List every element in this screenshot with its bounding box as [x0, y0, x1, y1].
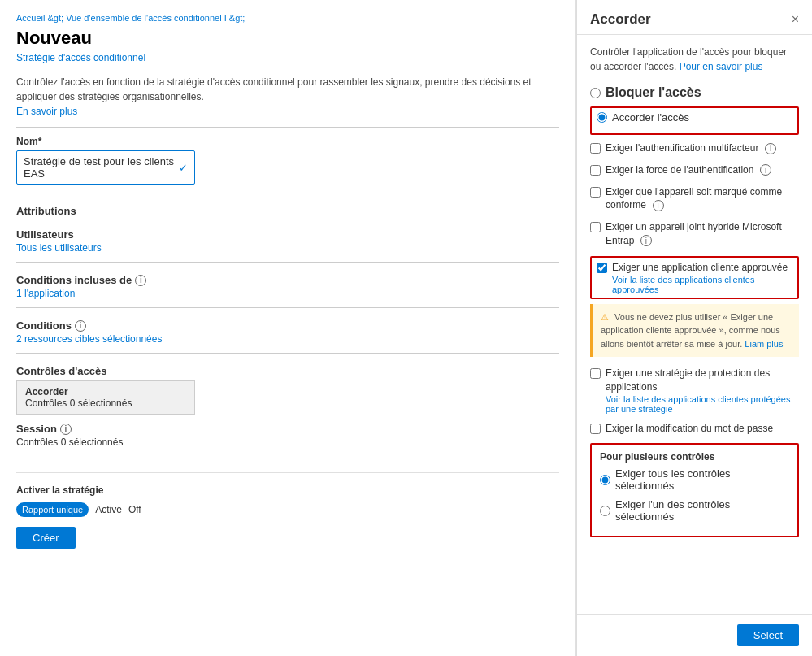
- divider-attributions: [16, 193, 559, 193]
- checkbox-mfa-label: Exiger l'authentification multifacteur: [606, 142, 758, 154]
- checkbox-protection-label: Exiger une stratégie de protection des a…: [606, 367, 770, 393]
- checkbox-item-approuvee: Exiger une application cliente approuvée…: [597, 261, 792, 294]
- checkbox-item-conforme: Exiger que l'appareil soit marqué comme …: [590, 185, 799, 213]
- right-learn-more-link[interactable]: Pour en savoir plus: [680, 61, 763, 72]
- activate-label: Activer la stratégie: [16, 484, 559, 496]
- conditions-info-icon[interactable]: i: [135, 275, 146, 286]
- pour-plusieurs-title: Pour plusieurs contrôles: [600, 451, 789, 463]
- checkbox-hybride-label: Exiger un appareil joint hybride Microso…: [606, 221, 782, 246]
- radio-all-label[interactable]: Exiger tous les contrôles sélectionnés: [615, 467, 789, 492]
- divider-conditions: [16, 262, 559, 263]
- controles-acces-title: Contrôles d'accès: [16, 365, 559, 377]
- checkbox-force[interactable]: [590, 165, 601, 176]
- checkbox-hybride-label-group: Exiger un appareil joint hybride Microso…: [606, 220, 799, 248]
- name-field-label: Nom*: [16, 136, 559, 147]
- conditions-label: Conditions i: [16, 319, 559, 332]
- description-learn-more-link[interactable]: En savoir plus: [16, 106, 77, 117]
- checkbox-item-force: Exiger la force de l'authentification i: [590, 163, 799, 177]
- toggle-rapport[interactable]: Rapport unique: [16, 502, 89, 517]
- checkbox-approuvee-label: Exiger une application cliente approuvée: [612, 262, 788, 273]
- session-value: Contrôles 0 sélectionnés: [16, 437, 559, 448]
- accorder-label[interactable]: Accorder l'accès: [612, 111, 689, 124]
- utilisateurs-label: Utilisateurs: [16, 228, 559, 241]
- conditions-incluses-label: Conditions incluses de i: [16, 274, 559, 286]
- checkbox-hybride[interactable]: [590, 222, 601, 232]
- accorder-box[interactable]: Accorder Contrôles 0 sélectionnés: [16, 380, 195, 415]
- checkbox-item-motdepasse: Exiger la modification du mot de passe: [590, 422, 799, 436]
- subtitle-link[interactable]: Stratégie d'accès conditionnel: [16, 52, 559, 63]
- radio-all-row: Exiger tous les contrôles sélectionnés: [600, 467, 789, 492]
- checkbox-motdepasse-label-group: Exiger la modification du mot de passe: [606, 422, 773, 436]
- creer-button[interactable]: Créer: [16, 527, 76, 549]
- left-panel: Accueil &gt; Vue d'ensemble de l'accès c…: [0, 0, 576, 656]
- select-button[interactable]: Select: [737, 624, 799, 646]
- cb1-info-icon[interactable]: i: [765, 143, 776, 154]
- cb2-info-icon[interactable]: i: [760, 164, 771, 176]
- accorder-radio[interactable]: [597, 112, 607, 123]
- toggle-row: Rapport unique Activé Off: [16, 502, 559, 517]
- pour-plusieurs-box: Pour plusieurs contrôles Exiger tous les…: [590, 443, 799, 537]
- name-input[interactable]: Stratégie de test pour les clients EAS ✓: [16, 150, 195, 185]
- right-description: Contrôler l'application de l'accès pour …: [590, 45, 799, 74]
- utilisateurs-value[interactable]: Tous les utilisateurs: [16, 242, 559, 254]
- bloquer-label[interactable]: Bloquer l'accès: [606, 85, 701, 100]
- check-icon: ✓: [179, 162, 188, 174]
- toggle-active[interactable]: Activé: [95, 504, 122, 515]
- accorder-radio-row: Accorder l'accès: [597, 111, 792, 124]
- checkbox-conforme-label: Exiger que l'appareil soit marqué comme …: [606, 186, 782, 211]
- attributions-title: Attributions: [16, 205, 559, 217]
- checkbox5-outline: Exiger une application cliente approuvée…: [590, 256, 799, 299]
- checkbox-motdepasse[interactable]: [590, 424, 601, 434]
- right-panel-title: Accorder: [590, 11, 651, 28]
- warning-icon: ⚠: [601, 312, 609, 322]
- bloquer-radio[interactable]: [590, 88, 601, 98]
- checkbox-approuvee-sublabel[interactable]: Voir la liste des applications clientes …: [612, 275, 792, 294]
- conditions2-info-icon[interactable]: i: [75, 320, 86, 332]
- session-label: Session i: [16, 423, 559, 435]
- divider-name: [16, 127, 559, 128]
- radio-all[interactable]: [600, 475, 610, 485]
- conditions-incluses-value[interactable]: 1 l'application: [16, 288, 559, 299]
- right-header: Accorder ×: [577, 0, 812, 35]
- cb4-info-icon[interactable]: i: [640, 235, 652, 246]
- radio-one[interactable]: [600, 506, 610, 516]
- toggle-off[interactable]: Off: [128, 504, 141, 515]
- radio-one-row: Exiger l'un des contrôles sélectionnés: [600, 498, 789, 523]
- breadcrumb: Accueil &gt; Vue d'ensemble de l'accès c…: [16, 13, 559, 23]
- checkbox-approuvee[interactable]: [597, 263, 607, 273]
- checkbox-mfa-label-group: Exiger l'authentification multifacteur i: [606, 141, 776, 155]
- checkbox-protection-sublabel[interactable]: Voir la liste des applications clientes …: [606, 394, 799, 414]
- checkbox-item-mfa: Exiger l'authentification multifacteur i: [590, 141, 799, 155]
- radio-one-label[interactable]: Exiger l'un des contrôles sélectionnés: [615, 498, 789, 523]
- checkbox-motdepasse-label: Exiger la modification du mot de passe: [606, 423, 773, 434]
- warning-link[interactable]: Liam plus: [745, 339, 783, 349]
- checkbox-force-label-group: Exiger la force de l'authentification i: [606, 163, 771, 177]
- checkbox-force-label: Exiger la force de l'authentification: [606, 164, 753, 176]
- checkbox-conforme[interactable]: [590, 187, 601, 198]
- warning-box: ⚠ Vous ne devez plus utiliser « Exiger u…: [590, 304, 799, 358]
- divider-controles: [16, 353, 559, 354]
- description: Contrôlez l'accès en fonction de la stra…: [16, 75, 559, 119]
- page-title: Nouveau: [16, 28, 559, 49]
- bloquer-radio-row: Bloquer l'accès: [590, 85, 799, 100]
- conditions-cibles-value[interactable]: 2 ressources cibles sélectionnées: [16, 333, 559, 345]
- right-body: Contrôler l'application de l'accès pour …: [577, 35, 812, 614]
- checkbox-protection[interactable]: [590, 368, 601, 379]
- checkbox-conforme-label-group: Exiger que l'appareil soit marqué comme …: [606, 185, 799, 213]
- close-button[interactable]: ×: [792, 12, 799, 27]
- divider-cond: [16, 307, 559, 308]
- cb3-info-icon[interactable]: i: [653, 200, 664, 211]
- checkbox-protection-label-group: Exiger une stratégie de protection des a…: [606, 367, 799, 414]
- session-info-icon[interactable]: i: [60, 424, 72, 435]
- accorder-box-title: Accorder: [25, 386, 186, 398]
- right-footer: Select: [577, 614, 812, 656]
- accorder-box-value: Contrôles 0 sélectionnés: [25, 398, 186, 409]
- checkbox-item-protection: Exiger une stratégie de protection des a…: [590, 367, 799, 414]
- bottom-bar: Activer la stratégie Rapport unique Acti…: [16, 472, 559, 549]
- checkbox-item-hybride: Exiger un appareil joint hybride Microso…: [590, 220, 799, 248]
- checkbox-mfa[interactable]: [590, 143, 601, 154]
- checkbox-approuvee-label-group: Exiger une application cliente approuvée…: [612, 261, 792, 294]
- accorder-radio-outline: Accorder l'accès: [590, 106, 799, 135]
- right-panel: Accorder × Contrôler l'application de l'…: [576, 0, 812, 656]
